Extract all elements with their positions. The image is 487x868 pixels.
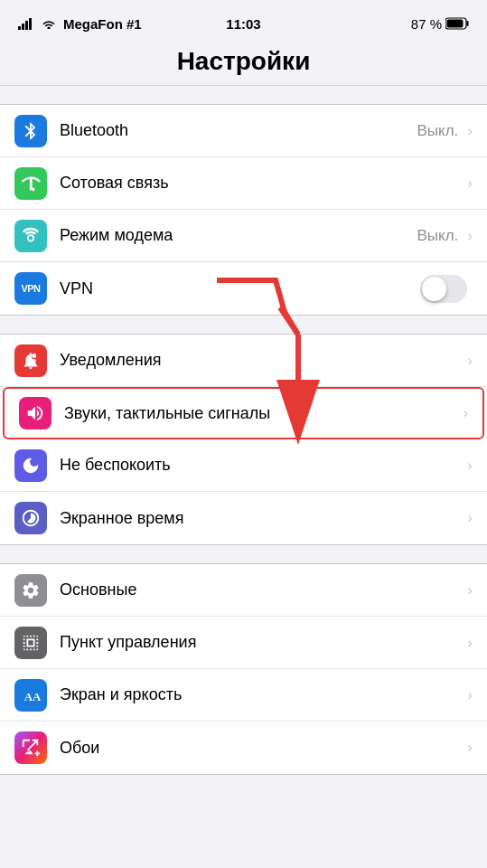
controlcenter-icon-wrap (14, 627, 47, 659)
screentime-icon-wrap (14, 502, 47, 534)
display-icon-wrap: AA (14, 679, 47, 712)
notifications-icon (21, 351, 41, 371)
hotspot-chevron: › (467, 227, 473, 245)
screentime-icon (21, 508, 41, 528)
wallpaper-label: Обои (60, 739, 464, 758)
donotdisturb-label: Не беспокоить (60, 456, 464, 475)
controlcenter-icon (21, 633, 41, 653)
section-notifications: Уведомления › Звуки, тактильные сигналы … (0, 334, 487, 545)
sounds-icon (25, 403, 45, 423)
row-display[interactable]: AA Экран и яркость › (0, 669, 487, 722)
row-bluetooth[interactable]: Bluetooth Выкл. › (0, 105, 487, 157)
page-title: Настройки (177, 47, 311, 75)
hotspot-icon (21, 226, 41, 246)
bluetooth-icon (21, 121, 41, 141)
general-label: Основные (60, 580, 464, 599)
row-general[interactable]: Основные › (0, 564, 487, 617)
sounds-chevron: › (463, 404, 468, 422)
row-controlcenter[interactable]: Пункт управления › (0, 617, 487, 669)
svg-rect-2 (25, 21, 28, 30)
vpn-text-icon: VPN (21, 283, 40, 294)
display-icon: AA (21, 685, 41, 705)
notifications-chevron: › (467, 352, 473, 370)
row-screentime[interactable]: Экранное время › (0, 492, 487, 544)
svg-rect-5 (467, 21, 469, 26)
row-wallpaper[interactable]: Обои › (0, 722, 487, 774)
svg-rect-0 (18, 26, 21, 30)
cellular-chevron: › (467, 175, 473, 193)
donotdisturb-icon-wrap (14, 449, 47, 482)
svg-text:AA: AA (24, 690, 41, 703)
cellular-label: Сотовая связь (60, 174, 464, 193)
wallpaper-icon-wrap (14, 731, 47, 764)
notifications-label: Уведомления (60, 351, 464, 370)
row-hotspot[interactable]: Режим модема Выкл. › (0, 210, 487, 262)
display-chevron: › (467, 686, 473, 704)
vpn-icon-wrap: VPN (14, 272, 47, 305)
general-icon-wrap (14, 574, 47, 607)
status-time: 11:03 (226, 16, 260, 32)
vpn-toggle[interactable] (420, 275, 467, 303)
spacer-3 (0, 545, 487, 563)
bluetooth-icon-wrap (14, 115, 47, 147)
signal-bars-icon (18, 18, 34, 30)
vpn-toggle-knob (422, 277, 446, 301)
status-bar: MegaFon #1 11:03 87 % (0, 0, 487, 40)
screentime-chevron: › (467, 509, 473, 527)
row-notifications[interactable]: Уведомления › (0, 335, 487, 387)
wallpaper-icon (21, 738, 41, 758)
general-chevron: › (467, 581, 473, 599)
row-donotdisturb[interactable]: Не беспокоить › (0, 439, 487, 492)
controlcenter-chevron: › (467, 634, 473, 652)
bluetooth-value: Выкл. (417, 122, 458, 140)
wifi-icon (42, 18, 56, 29)
row-sounds[interactable]: Звуки, тактильные сигналы › (3, 387, 484, 439)
section-connectivity: Bluetooth Выкл. › Сотовая связь › Режим … (0, 104, 487, 316)
svg-point-7 (32, 187, 35, 191)
battery-icon (445, 17, 469, 30)
cellular-icon-wrap (14, 167, 47, 200)
battery-indicator: 87 % (411, 16, 469, 32)
wallpaper-chevron: › (467, 739, 473, 757)
donotdisturb-chevron: › (467, 457, 473, 475)
hotspot-value: Выкл. (417, 227, 458, 245)
sounds-label: Звуки, тактильные сигналы (64, 404, 459, 423)
controlcenter-label: Пункт управления (60, 633, 464, 652)
screentime-label: Экранное время (60, 509, 464, 528)
battery-percent: 87 % (411, 16, 442, 32)
hotspot-icon-wrap (14, 220, 47, 252)
svg-rect-6 (447, 20, 464, 28)
hotspot-label: Режим модема (60, 226, 417, 245)
row-vpn[interactable]: VPN VPN (0, 262, 487, 315)
cellular-icon (21, 174, 41, 193)
vpn-label: VPN (60, 279, 420, 298)
nav-bar: Настройки (0, 40, 487, 86)
svg-rect-3 (29, 18, 32, 30)
notifications-icon-wrap (14, 344, 47, 377)
section-general: Основные › Пункт управления › AA Экран и… (0, 563, 487, 775)
bluetooth-label: Bluetooth (60, 121, 417, 140)
spacer-2 (0, 316, 487, 334)
spacer-top (0, 86, 487, 104)
row-cellular[interactable]: Сотовая связь › (0, 157, 487, 210)
carrier-name: MegaFon #1 (63, 16, 142, 32)
svg-rect-1 (22, 24, 24, 30)
moon-icon (21, 456, 41, 476)
carrier-signal: MegaFon #1 (18, 16, 142, 32)
bluetooth-chevron: › (467, 122, 473, 140)
sounds-icon-wrap (19, 397, 52, 429)
gear-icon (21, 580, 41, 600)
display-label: Экран и яркость (60, 685, 464, 704)
